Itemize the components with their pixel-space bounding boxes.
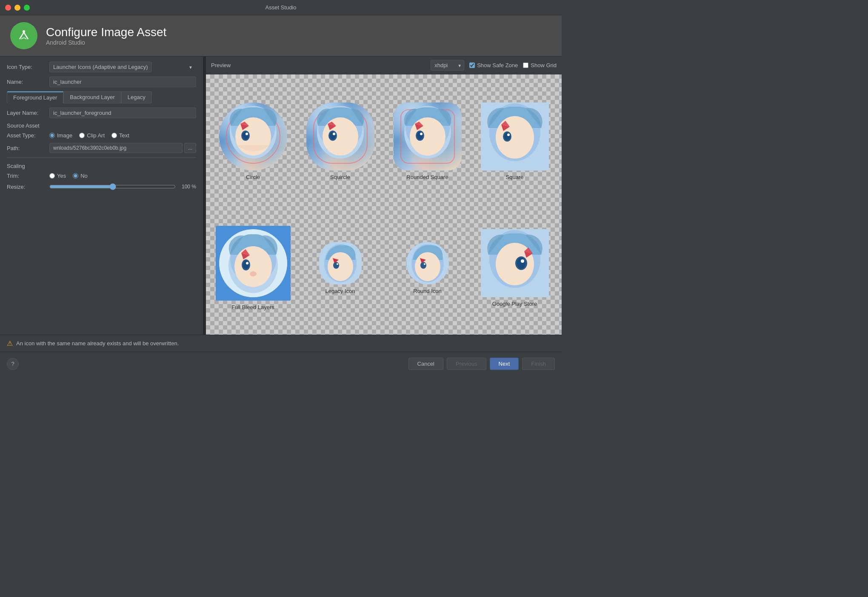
header-text: Configure Image Asset Android Studio (46, 26, 166, 46)
icon-type-select[interactable]: Launcher Icons (Adaptive and Legacy) (49, 62, 152, 72)
page-title: Configure Image Asset (46, 26, 166, 39)
svg-point-32 (246, 262, 248, 264)
app-logo (10, 22, 37, 49)
app-subtitle: Android Studio (46, 39, 166, 46)
svg-point-36 (328, 252, 353, 281)
browse-button[interactable]: ... (184, 143, 196, 153)
action-buttons: Cancel Previous Next Finish (408, 358, 555, 370)
trim-no[interactable]: No (73, 173, 88, 179)
path-label: Path: (7, 145, 49, 151)
layer-tabs: Foreground Layer Background Layer Legacy (7, 91, 196, 103)
preview-cell-full-bleed[interactable]: Full Bleed Layers (209, 205, 297, 331)
radio-image-input[interactable] (49, 133, 55, 138)
path-input[interactable] (49, 143, 183, 153)
label-square: Square (506, 174, 524, 180)
right-panel: Preview ldpi mdpi hdpi xhdpi xxhdpi xxxh… (206, 57, 562, 335)
radio-clipart-input[interactable] (79, 133, 85, 138)
svg-point-38 (337, 263, 338, 265)
maximize-button[interactable] (24, 5, 30, 11)
resize-row: Resize: 100 % (7, 183, 196, 190)
warning-text: An icon with the same name already exist… (16, 340, 179, 347)
preview-cell-circle[interactable]: Circle (209, 78, 297, 205)
title-bar: Asset Studio (0, 0, 562, 15)
tab-legacy[interactable]: Legacy (121, 91, 152, 103)
preview-toolbar: Preview ldpi mdpi hdpi xhdpi xxhdpi xxxh… (206, 57, 562, 74)
svg-point-1 (23, 30, 25, 33)
label-full-bleed: Full Bleed Layers (231, 304, 274, 310)
icon-google-play (481, 229, 549, 297)
label-round-icon: Round Icon (413, 288, 442, 294)
radio-text-input[interactable] (111, 133, 117, 138)
left-panel: Icon Type: Launcher Icons (Adaptive and … (0, 57, 203, 335)
resize-label: Resize: (7, 184, 49, 190)
svg-point-29 (234, 246, 272, 287)
svg-point-16 (410, 117, 445, 156)
show-safe-zone-input[interactable] (469, 63, 475, 68)
radio-text-label: Text (119, 132, 129, 139)
warning-icon: ⚠ (7, 339, 13, 347)
asset-type-label: Asset Type: (7, 132, 49, 139)
svg-point-37 (333, 262, 339, 269)
radio-clipart-label: Clip Art (87, 132, 105, 139)
preview-grid: Circle (206, 74, 562, 335)
trim-yes[interactable]: Yes (49, 173, 66, 179)
bottom-bar: ? Cancel Previous Next Finish (0, 352, 562, 375)
dpi-select[interactable]: ldpi mdpi hdpi xhdpi xxhdpi xxxhdpi (431, 60, 464, 71)
icon-legacy-container (319, 242, 362, 284)
trim-yes-input[interactable] (49, 173, 55, 179)
icon-rounded-container (394, 102, 462, 171)
cancel-button[interactable]: Cancel (408, 358, 443, 370)
layer-name-input[interactable] (49, 108, 196, 118)
icon-circle-container (219, 102, 287, 171)
dpi-select-wrapper[interactable]: ldpi mdpi hdpi xhdpi xxhdpi xxxhdpi (431, 60, 464, 71)
icon-circle (219, 102, 287, 171)
svg-point-25 (507, 134, 510, 136)
next-button[interactable]: Next (490, 358, 519, 370)
name-row: Name: (7, 77, 196, 87)
svg-point-49 (521, 259, 524, 263)
help-button[interactable]: ? (7, 358, 19, 370)
close-button[interactable] (5, 5, 11, 11)
show-grid-checkbox[interactable]: Show Grid (523, 62, 557, 68)
preview-cell-rounded-square[interactable]: Rounded Square (384, 78, 471, 205)
asset-type-row: Asset Type: Image Clip Art Text (7, 132, 196, 139)
radio-image[interactable]: Image (49, 132, 72, 139)
icon-rounded (394, 102, 462, 171)
asset-type-radio-group: Image Clip Art Text (49, 132, 196, 139)
scaling-section: Scaling Trim: Yes No Resize: (7, 157, 196, 190)
name-input[interactable] (49, 77, 196, 87)
show-safe-zone-checkbox[interactable]: Show Safe Zone (469, 62, 518, 68)
header: Configure Image Asset Android Studio (0, 15, 562, 57)
path-input-group: ... (49, 143, 196, 153)
svg-point-22 (496, 116, 534, 159)
label-legacy-icon: Legacy Icon (325, 288, 355, 294)
preview-cell-round-icon[interactable]: Round Icon (384, 205, 471, 331)
tab-background-layer[interactable]: Background Layer (63, 91, 121, 103)
radio-clipart[interactable]: Clip Art (79, 132, 105, 139)
tab-foreground-layer[interactable]: Foreground Layer (7, 91, 63, 103)
radio-text[interactable]: Text (111, 132, 129, 139)
window-controls[interactable] (5, 5, 30, 11)
resize-slider[interactable] (49, 183, 176, 190)
preview-cell-square[interactable]: Square (471, 78, 558, 205)
preview-cell-legacy-icon[interactable]: Legacy Icon (297, 205, 384, 331)
icon-square (481, 102, 549, 171)
icon-type-select-wrapper[interactable]: Launcher Icons (Adaptive and Legacy) (49, 62, 196, 72)
show-grid-input[interactable] (523, 63, 528, 68)
previous-button[interactable]: Previous (447, 358, 486, 370)
trim-no-input[interactable] (73, 173, 78, 179)
minimize-button[interactable] (14, 5, 20, 11)
preview-cell-google-play[interactable]: Google Play Store (471, 205, 558, 331)
svg-point-7 (246, 133, 248, 135)
icon-full-bleed (219, 229, 287, 297)
trim-label: Trim: (7, 173, 49, 179)
resize-slider-group: 100 % (49, 183, 196, 190)
source-asset-header: Source Asset (7, 122, 196, 129)
trim-yes-label: Yes (57, 173, 66, 179)
preview-cell-squircle[interactable]: Squircle (297, 78, 384, 205)
icon-squircle (306, 102, 374, 171)
finish-button[interactable]: Finish (522, 358, 555, 370)
icon-square-container (481, 102, 549, 171)
label-google-play: Google Play Store (492, 301, 537, 307)
svg-point-43 (424, 263, 425, 265)
